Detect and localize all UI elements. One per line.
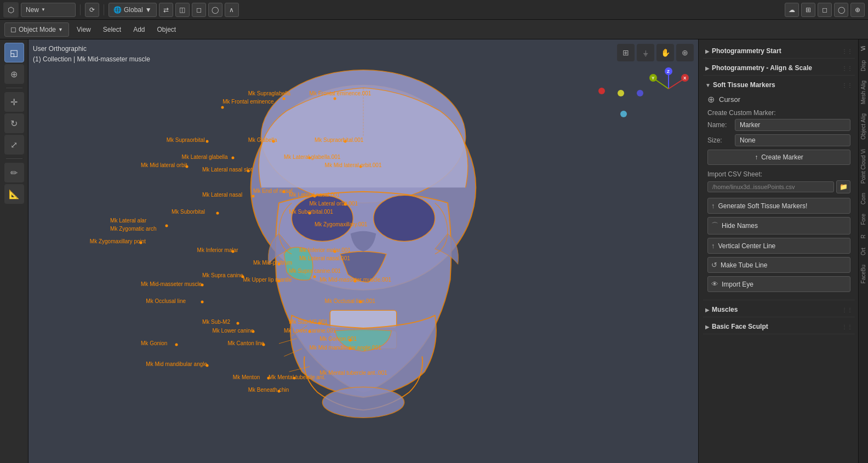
header-bar: ◻ Object Mode ▼ View Select Add Object: [0, 20, 868, 39]
muscles-dots: ⋮⋮: [842, 307, 853, 313]
top-bar: ⬡ New ▼ ⟳ 🌐 Global ▼ ⇄ ◫ ◻ ◯ ∧ ☁ ⊞ ◻ ◯ ⊕: [0, 0, 868, 20]
global-icon: 🌐: [113, 6, 122, 14]
tool-sep-1: [6, 88, 22, 88]
mode-cube-icon: ◻: [10, 25, 16, 33]
shading-btn[interactable]: ∧: [225, 3, 239, 17]
camera-btn[interactable]: ⏚: [637, 44, 654, 61]
crosshair-btn[interactable]: ⊕: [676, 44, 694, 61]
select-menu[interactable]: Select: [99, 22, 125, 37]
world-btn[interactable]: ⊞: [801, 3, 815, 17]
make-tube-btn[interactable]: ↺ Make Tube Line: [707, 257, 850, 273]
object-mode-btn[interactable]: ◻ Object Mode ▼: [4, 22, 69, 37]
ph-start-arrow: ▶: [705, 48, 710, 54]
snap-btn[interactable]: ◫: [175, 3, 190, 17]
tab-facebu[interactable]: FaceBu: [859, 260, 867, 288]
grid-view-btn[interactable]: ⊞: [617, 44, 635, 61]
svg-text:Z: Z: [667, 69, 670, 74]
generate-icon: ↑: [711, 202, 715, 210]
photogrammetry-start-header[interactable]: ▶ Photogrammetry Start ⋮⋮: [703, 44, 855, 58]
overlay-btn[interactable]: ◻: [192, 3, 206, 17]
xray-btn[interactable]: ◯: [208, 3, 222, 17]
photogrammetry-align-section: ▶ Photogrammetry - Align & Scale ⋮⋮: [703, 61, 855, 76]
mode-dropdown[interactable]: New ▼: [21, 3, 76, 17]
cursor-label: Cursor: [719, 95, 740, 104]
tab-vi[interactable]: Vi: [859, 42, 867, 55]
muscles-arrow: ▶: [705, 307, 710, 313]
generate-btn[interactable]: ↑ Generate Soft Tissue Markers!: [707, 198, 850, 214]
tab-point-cloud[interactable]: Point Cloud Vi: [859, 145, 867, 188]
import-csv-label: Import CSV Sheet:: [707, 170, 850, 178]
tab-ort[interactable]: Ort: [859, 243, 867, 260]
size-value: None: [740, 136, 756, 144]
svg-line-18: [654, 79, 669, 89]
object-properties-btn[interactable]: ◻: [818, 3, 832, 17]
vertical-center-label: Vertical Center Line: [718, 242, 776, 250]
add-label: Add: [133, 26, 145, 33]
create-marker-btn[interactable]: ↑ Create Marker: [707, 150, 850, 165]
data-btn[interactable]: ⊕: [850, 3, 865, 17]
annotate-tool[interactable]: ✏: [4, 163, 24, 182]
svg-text:X: X: [683, 76, 687, 81]
import-eye-btn[interactable]: 👁 Import Eye: [707, 276, 850, 292]
stm-title: Soft Tissue Markers: [713, 81, 840, 89]
tab-object-alig[interactable]: Object Alig: [859, 109, 867, 144]
tab-com[interactable]: Com: [859, 188, 867, 209]
tab-fore[interactable]: Fore: [859, 209, 867, 230]
ph-start-dots: ⋮⋮: [842, 48, 853, 54]
ph-align-dots: ⋮⋮: [842, 65, 853, 71]
basic-face-title: Basic Face Sculpt: [712, 323, 840, 330]
ph-align-arrow: ▶: [705, 65, 710, 71]
right-panel-tabs: Vi Disp Mesh Alig Object Alig Point Clou…: [858, 39, 868, 463]
skull-viewport: [28, 39, 698, 463]
file-path-field[interactable]: /home/linux3d..issuePoints.csv: [707, 181, 834, 192]
create-custom-label: Create Custom Marker:: [707, 109, 850, 117]
basic-face-header[interactable]: ▶ Basic Face Sculpt ⋮⋮: [703, 319, 855, 334]
stm-content: ⊕ Cursor Create Custom Marker: Name: Mar…: [703, 92, 855, 300]
hide-names-icon: ⌒: [711, 221, 718, 231]
hand-btn[interactable]: ✋: [656, 44, 674, 61]
cursor-row: ⊕ Cursor: [707, 94, 850, 105]
mode-dropdown-arrow: ▼: [41, 7, 45, 12]
left-toolbar: ◱ ⊕ ✛ ↻ ⤢ ✏ 📐: [0, 39, 28, 463]
basic-face-section: ▶ Basic Face Sculpt ⋮⋮: [703, 319, 855, 334]
tab-mesh-alig[interactable]: Mesh Alig: [859, 76, 867, 108]
cursor-tool[interactable]: ⊕: [4, 64, 24, 84]
app-icon[interactable]: ⬡: [3, 2, 19, 18]
global-arrow: ▼: [145, 6, 152, 14]
add-menu[interactable]: Add: [129, 22, 149, 37]
view-menu[interactable]: View: [72, 22, 95, 37]
undo-btn[interactable]: ⟳: [85, 3, 99, 17]
render-settings-btn[interactable]: ☁: [785, 3, 799, 17]
scale-tool[interactable]: ⤢: [4, 135, 24, 155]
muscles-header[interactable]: ▶ Muscles ⋮⋮: [703, 302, 855, 317]
object-menu[interactable]: Object: [152, 22, 180, 37]
yellow-dot-area: [618, 90, 624, 99]
measure-tool[interactable]: 📐: [4, 184, 24, 204]
move-tool[interactable]: ✛: [4, 92, 24, 112]
modifier-btn[interactable]: ◯: [834, 3, 848, 17]
soft-tissue-header[interactable]: ▼ Soft Tissue Markers ⋮⋮: [703, 78, 855, 92]
vertical-center-icon: ↑: [711, 242, 715, 250]
file-browse-btn[interactable]: 📁: [836, 180, 850, 193]
right-panel: ▶ Photogrammetry Start ⋮⋮ ▶ Photogrammet…: [698, 39, 868, 463]
proportional-btn[interactable]: ⇄: [159, 3, 173, 17]
select-tool[interactable]: ◱: [4, 43, 24, 62]
viewport[interactable]: Mk Frontal eminence Mk Supraglabella Mk …: [28, 39, 698, 463]
color-dots-area: [598, 88, 605, 96]
photogrammetry-align-header[interactable]: ▶ Photogrammetry - Align & Scale ⋮⋮: [703, 61, 855, 75]
name-field[interactable]: Marker: [735, 119, 850, 131]
tab-r[interactable]: R: [859, 230, 867, 243]
hide-names-btn[interactable]: ⌒ Hide Names: [707, 217, 850, 235]
tab-disp[interactable]: Disp: [859, 56, 867, 76]
stm-arrow: ▼: [705, 82, 711, 88]
axis-gizmo: Z X Y: [647, 67, 690, 111]
soft-tissue-section: ▼ Soft Tissue Markers ⋮⋮ ⊕ Cursor Create…: [703, 78, 855, 300]
svg-line-15: [669, 79, 684, 89]
muscles-section: ▶ Muscles ⋮⋮: [703, 302, 855, 317]
global-dropdown[interactable]: 🌐 Global ▼: [108, 3, 157, 17]
rotate-tool[interactable]: ↻: [4, 113, 24, 133]
vertical-center-btn[interactable]: ↑ Vertical Center Line: [707, 238, 850, 254]
viewport-controls: ⊞ ⏚ ✋ ⊕: [617, 44, 694, 61]
svg-point-3: [374, 195, 435, 241]
size-field[interactable]: None: [735, 134, 850, 146]
